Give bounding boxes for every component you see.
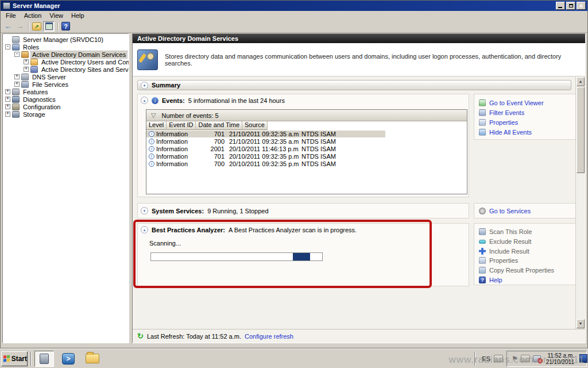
- minimize-button[interactable]: [556, 2, 565, 10]
- language-indicator[interactable]: ES: [478, 355, 494, 362]
- events-filter-bar[interactable]: ▽ Number of events: 5: [146, 110, 467, 121]
- tree-expander-icon[interactable]: +: [24, 59, 29, 64]
- tree-item[interactable]: + File Services: [3, 80, 129, 88]
- network-alert-icon[interactable]: [533, 355, 541, 362]
- action-link[interactable]: Scan This Role: [479, 227, 578, 237]
- scroll-down-icon[interactable]: ▼: [577, 319, 585, 328]
- info-icon: i: [152, 97, 158, 104]
- action-link[interactable]: Include Result: [479, 246, 578, 256]
- back-arrow-icon[interactable]: [3, 21, 13, 32]
- taskbar-powershell-button[interactable]: >: [59, 351, 78, 367]
- close-button[interactable]: ×: [577, 2, 586, 10]
- events-links-panel: Go to Event Viewer Filter Events Propert…: [474, 94, 578, 140]
- tray-divider: [474, 352, 475, 366]
- export-list-icon[interactable]: [32, 22, 41, 30]
- separator[interactable]: [57, 22, 59, 31]
- help-link-icon: [479, 277, 486, 283]
- bpa-collapse-icon[interactable]: ▲: [141, 226, 148, 233]
- start-button[interactable]: Start: [1, 351, 28, 366]
- bpa-section: ▲ Best Practices Analyzer: A Best Practi…: [137, 223, 469, 286]
- tree-item[interactable]: + Diagnostics: [3, 95, 129, 103]
- restore-button[interactable]: [566, 2, 575, 10]
- scan-status: Scanning...: [149, 240, 181, 247]
- action-link[interactable]: Exclude Result: [479, 237, 578, 247]
- configure-refresh-link[interactable]: Configure refresh: [245, 333, 293, 340]
- information-icon: i: [149, 131, 154, 137]
- tree-item[interactable]: + Storage: [3, 110, 129, 118]
- column-header[interactable]: Event ID: [167, 121, 196, 130]
- event-row[interactable]: iInformation 700 21/10/2011 09:32:35 a.m…: [146, 137, 467, 145]
- events-summary: 5 informational in the last 24 hours: [188, 97, 285, 104]
- tree-item[interactable]: - Roles: [3, 43, 129, 51]
- tree-item[interactable]: Server Manager (SRVDC10): [3, 36, 129, 43]
- action-link[interactable]: Properties: [479, 117, 578, 127]
- summary-label: Summary: [152, 82, 180, 89]
- powershell-icon: >: [62, 353, 75, 365]
- event-row[interactable]: iInformation 700 20/10/2011 09:32:35 p.m…: [146, 160, 467, 167]
- start-label: Start: [11, 355, 27, 363]
- forward-arrow-icon[interactable]: [15, 21, 25, 32]
- taskbar-clock[interactable]: 11:52 a.m. 21/10/2011: [544, 352, 577, 365]
- hide-events-icon: [479, 129, 486, 136]
- title-bar[interactable]: Server Manager ×: [1, 1, 587, 11]
- console-tree-icon[interactable]: [43, 21, 55, 32]
- vertical-scrollbar[interactable]: ▲ ▼: [575, 76, 585, 329]
- taskbar-explorer-button[interactable]: [83, 351, 102, 367]
- separator[interactable]: [28, 22, 29, 31]
- column-header[interactable]: Level: [146, 121, 167, 130]
- collapse-chevron-icon[interactable]: ▲: [141, 82, 148, 89]
- scrollbar-thumb[interactable]: [577, 87, 585, 173]
- toolbar: [1, 20, 587, 33]
- tree-item[interactable]: + Active Directory Sites and Services: [3, 66, 129, 73]
- folder-icon: [86, 354, 99, 363]
- services-collapse-icon[interactable]: ▼: [141, 207, 148, 214]
- tree-expander-icon[interactable]: +: [5, 104, 10, 109]
- summary-section-bar[interactable]: ▲ Summary: [137, 80, 571, 90]
- menu-item[interactable]: Help: [67, 12, 88, 20]
- taskbar-server-manager-button[interactable]: [34, 351, 54, 367]
- tree-expander-icon[interactable]: +: [5, 89, 10, 94]
- tree-item[interactable]: + DNS Server: [3, 73, 129, 80]
- menu-item[interactable]: Action: [20, 12, 46, 20]
- tree-item[interactable]: + Active Directory Users and Computers: [3, 58, 129, 66]
- events-collapse-icon[interactable]: ▲: [141, 97, 148, 104]
- blue-flag-icon[interactable]: [579, 354, 587, 363]
- menu-item[interactable]: View: [45, 12, 67, 20]
- action-link[interactable]: Properties: [479, 256, 578, 266]
- scroll-up-icon[interactable]: ▲: [577, 77, 585, 86]
- flag-icon[interactable]: ⚑: [512, 355, 518, 363]
- tree-expander-icon[interactable]: -: [5, 44, 10, 49]
- tree-expander-icon[interactable]: +: [14, 82, 20, 87]
- event-row[interactable]: iInformation 701 21/10/2011 09:32:35 a.m…: [146, 130, 467, 137]
- network-icon[interactable]: [521, 355, 530, 362]
- action-link[interactable]: Go to Services: [479, 206, 578, 216]
- progress-marquee-block: [293, 253, 310, 260]
- roles-icon: [12, 44, 20, 51]
- event-row[interactable]: iInformation 2001 20/10/2011 11:46:13 p.…: [146, 145, 467, 152]
- action-link[interactable]: Filter Events: [479, 108, 578, 117]
- notification-area: ⚑ 11:52 a.m. 21/10/2011: [506, 351, 587, 367]
- adds-icon: [21, 51, 29, 58]
- action-link[interactable]: Go to Event Viewer: [479, 98, 578, 108]
- column-header[interactable]: Source: [242, 121, 268, 130]
- tree-expander-icon[interactable]: +: [24, 67, 29, 72]
- close-icon: ×: [577, 2, 585, 9]
- tree-item[interactable]: - Active Directory Domain Services: [3, 51, 129, 58]
- action-link[interactable]: Hide All Events: [479, 127, 578, 137]
- tree-expander-icon[interactable]: +: [5, 112, 10, 117]
- include-result-icon: [479, 248, 486, 255]
- tree-expander-icon[interactable]: -: [14, 52, 20, 57]
- tree-expander-icon[interactable]: +: [14, 74, 20, 79]
- column-header[interactable]: Date and Time: [196, 121, 242, 130]
- action-link[interactable]: Help: [479, 275, 578, 285]
- menu-item[interactable]: File: [2, 12, 20, 20]
- taskbar-divider: [30, 352, 32, 366]
- minimize-icon: [558, 7, 562, 8]
- tree-expander-icon[interactable]: +: [5, 97, 10, 102]
- tree-item[interactable]: + Configuration: [3, 103, 129, 110]
- tree-item[interactable]: + Features: [3, 88, 129, 95]
- help-icon[interactable]: [61, 22, 70, 30]
- printer-icon[interactable]: [494, 355, 503, 362]
- action-link[interactable]: Copy Result Properties: [479, 266, 578, 275]
- event-row[interactable]: iInformation 701 20/10/2011 09:32:35 p.m…: [146, 152, 467, 160]
